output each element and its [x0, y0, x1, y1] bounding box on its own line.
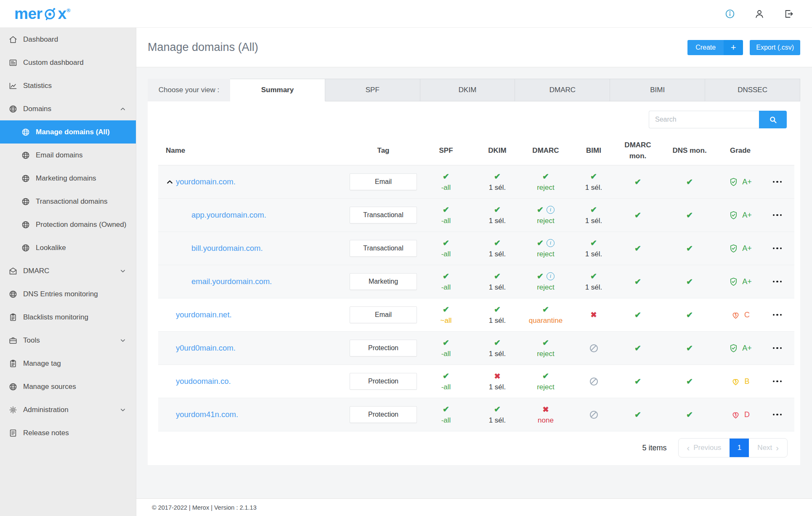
- domain-link[interactable]: yourdom41n.com.: [176, 410, 238, 419]
- view-tabs: Choose your view : SummarySPFDKIMDMARCBI…: [148, 79, 800, 101]
- sidebar-item-manage-tag[interactable]: Manage tag: [0, 352, 136, 375]
- tab-spf[interactable]: SPF: [325, 79, 420, 101]
- dkim-icons: ✔: [494, 205, 501, 215]
- sidebar-item-manage-domains-all[interactable]: Manage domains (All): [0, 120, 136, 144]
- row-actions-button[interactable]: [760, 347, 794, 349]
- info-icon[interactable]: i: [547, 239, 555, 247]
- create-button[interactable]: Create +: [687, 40, 743, 55]
- name-cell: email.yourdomain.com.: [158, 277, 348, 286]
- sidebar-item-statistics[interactable]: Statistics: [0, 74, 136, 97]
- row-actions-button[interactable]: [760, 314, 794, 316]
- globe-icon: [8, 290, 18, 299]
- tab-summary[interactable]: Summary: [230, 79, 325, 101]
- bimi-value: 1 sél.: [585, 217, 602, 225]
- tag-cell: Transactional: [348, 240, 418, 257]
- row-actions-button[interactable]: [760, 247, 794, 250]
- tab-bimi[interactable]: BIMI: [610, 79, 705, 101]
- sidebar-item-dashboard[interactable]: Dashboard: [0, 28, 136, 51]
- sidebar-item-custom-dashboard[interactable]: Custom dashboard: [0, 51, 136, 74]
- sidebar-item-domains[interactable]: Domains: [0, 97, 136, 120]
- column-header-grade: Grade: [720, 145, 760, 156]
- shield-icon: [729, 177, 738, 187]
- domain-link[interactable]: email.yourdomain.com.: [191, 277, 272, 286]
- sidebar-item-marketing-domains[interactable]: Marketing domains: [0, 167, 136, 190]
- domain-link[interactable]: youdoomain.co.: [176, 377, 231, 386]
- sidebar-item-label: Marketing domains: [36, 174, 96, 183]
- sidebar-item-dmarc[interactable]: DMARC: [0, 259, 136, 282]
- dkim-value: 1 sél.: [489, 250, 506, 258]
- export-csv-button[interactable]: Export (.csv): [750, 40, 800, 55]
- dns-mon-status: ✔: [659, 310, 720, 319]
- globe-icon: [21, 197, 30, 206]
- info-icon[interactable]: i: [547, 272, 555, 280]
- dmarc-mon-status: ✔: [617, 210, 659, 220]
- row-actions-button[interactable]: [760, 281, 794, 283]
- sidebar-item-transactional-domains[interactable]: Transactional domains: [0, 190, 136, 213]
- tab-dkim[interactable]: DKIM: [420, 79, 515, 101]
- row-actions-button[interactable]: [760, 380, 794, 383]
- domain-link[interactable]: bill.yourdomain.com.: [191, 244, 263, 253]
- check-icon: ✔: [542, 372, 549, 380]
- sidebar-item-blacklists-monitoring[interactable]: Blacklists monitoring: [0, 306, 136, 329]
- domain-link[interactable]: yourdomain.net.: [176, 310, 232, 319]
- current-page[interactable]: 1: [730, 439, 749, 457]
- sidebar-item-label: DNS Entries monitoring: [23, 290, 98, 298]
- domain-link[interactable]: app.yourdomain.com.: [191, 210, 266, 220]
- check-icon: ✔: [686, 411, 693, 419]
- column-header-spf: SPF: [418, 145, 474, 156]
- search-button[interactable]: [759, 111, 787, 128]
- dkim-status: ✖1 sél.: [474, 372, 521, 391]
- merox-logo[interactable]: mer x ®: [14, 5, 70, 23]
- pagination: 5 items ‹ Previous 1 Next ›: [158, 438, 788, 457]
- heart-icon: [731, 410, 740, 420]
- dns-mon-status: ✔: [659, 210, 720, 220]
- sidebar-item-tools[interactable]: Tools: [0, 329, 136, 352]
- tabs-label: Choose your view :: [148, 79, 230, 101]
- copyright-text: © 2017-2022 | Merox | Version : 2.1.13: [152, 504, 257, 511]
- sidebar-item-release-notes[interactable]: Release notes: [0, 421, 136, 444]
- search-input[interactable]: [649, 111, 759, 128]
- cross-icon: ✖: [494, 372, 500, 380]
- tag-cell: Transactional: [348, 207, 418, 223]
- row-actions-button[interactable]: [760, 214, 794, 216]
- table-body: yourdomain.com.Email✔-all✔1 sél.✔reject✔…: [158, 165, 794, 431]
- row-actions-button[interactable]: [760, 414, 794, 416]
- check-icon: ✔: [494, 239, 501, 247]
- dns-mon-status: ✔: [659, 244, 720, 253]
- tab-dnssec[interactable]: DNSSEC: [705, 79, 800, 101]
- sidebar-item-email-domains[interactable]: Email domains: [0, 144, 136, 167]
- previous-page-button[interactable]: ‹ Previous: [679, 439, 730, 457]
- domain-link[interactable]: yourdomain.com.: [176, 177, 236, 186]
- bimi-status: ✖: [571, 310, 617, 319]
- sidebar-item-label: Statistics: [23, 82, 52, 90]
- bimi-status: ✔1 sél.: [571, 272, 617, 292]
- dkim-icons: ✔: [494, 405, 501, 414]
- next-page-button[interactable]: Next ›: [749, 439, 787, 457]
- sidebar-item-lookalike[interactable]: Lookalike: [0, 236, 136, 259]
- dmarc-value: quarantine: [529, 317, 563, 325]
- info-icon[interactable]: i: [547, 206, 555, 214]
- dmarc-mon-status: ✔: [617, 310, 659, 319]
- grade-label: A+: [742, 211, 752, 220]
- sidebar: DashboardCustom dashboardStatisticsDomai…: [0, 28, 136, 516]
- sidebar-item-manage-sources[interactable]: Manage sources: [0, 375, 136, 398]
- previous-label: Previous: [693, 444, 721, 452]
- sidebar-item-administration[interactable]: Administration: [0, 398, 136, 421]
- check-icon: ✔: [443, 272, 449, 280]
- tab-dmarc[interactable]: DMARC: [515, 79, 610, 101]
- page-title: Manage domains (All): [148, 41, 258, 54]
- spf-value: -all: [441, 217, 451, 225]
- sidebar-item-protection-domains-owned[interactable]: Protection domains (Owned): [0, 213, 136, 236]
- shield-icon: [729, 244, 738, 253]
- info-icon[interactable]: [724, 8, 735, 19]
- globe-icon: [8, 104, 18, 114]
- logout-icon[interactable]: [783, 8, 794, 19]
- column-header-dns-mon: DNS mon.: [659, 145, 720, 156]
- user-icon[interactable]: [754, 8, 765, 19]
- row-actions-button[interactable]: [760, 181, 794, 183]
- expander-icon[interactable]: [166, 178, 176, 186]
- dkim-value: 1 sél.: [489, 416, 506, 425]
- sidebar-item-dns-entries-monitoring[interactable]: DNS Entries monitoring: [0, 282, 136, 306]
- bimi-value: 1 sél.: [585, 283, 602, 292]
- domain-link[interactable]: y0urd0main.com.: [176, 343, 236, 353]
